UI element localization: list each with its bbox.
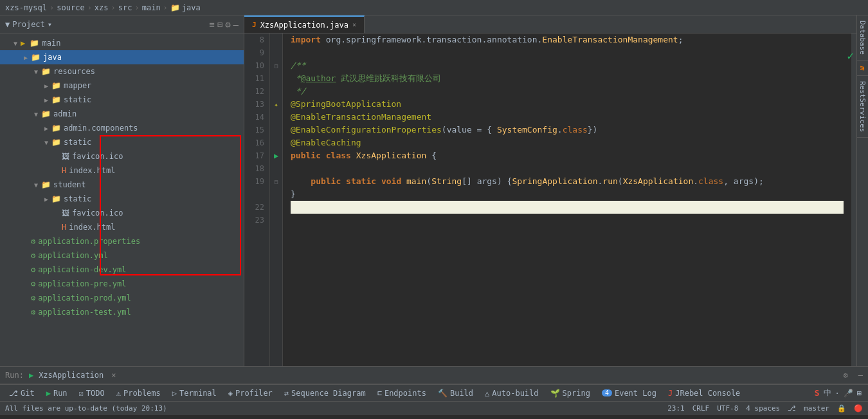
code-line-14: @EnableTransactionManagement: [291, 111, 844, 124]
arrow-main: ▼: [10, 40, 21, 47]
tool-auto-build[interactable]: △ Auto-build: [480, 387, 543, 399]
tab-close-button[interactable]: ×: [352, 21, 356, 28]
sidebar-header: ▼ Project ▾ ≡ ⊟ ⚙ —: [0, 15, 244, 33]
breadcrumb-item-6[interactable]: 📁 java: [170, 3, 201, 12]
tree-item-admin-static[interactable]: ▼ 📁 static: [0, 135, 244, 149]
tool-build[interactable]: 🔨 Build: [433, 387, 478, 399]
event-log-badge: 4: [602, 389, 612, 396]
run-hide-icon[interactable]: —: [858, 371, 863, 380]
tree-label-java: java: [43, 53, 62, 62]
tree-item-student-static[interactable]: ▶ 📁 static: [0, 192, 244, 206]
tree-item-admin[interactable]: ▼ 📁 admin: [0, 107, 244, 121]
tree-item-app-yml[interactable]: ⚙ application.yml: [0, 248, 244, 263]
tree-label-student: student: [53, 180, 86, 189]
tool-jrebel[interactable]: J JRebel Console: [663, 387, 745, 399]
code-line-8: import org.springframework.transaction.a…: [291, 33, 844, 46]
jrebel-icon: J: [668, 389, 673, 398]
tool-run[interactable]: ▶ Run: [41, 387, 73, 399]
run-tool-icon: ▶: [46, 389, 51, 398]
breadcrumb-sep-2: ›: [87, 3, 92, 12]
tree-item-resources[interactable]: ▼ 📁 resources: [0, 64, 244, 79]
encoding[interactable]: UTF-8: [717, 404, 738, 413]
folder-admin-components-icon: 📁: [51, 124, 61, 133]
sogou-icon: S: [815, 388, 820, 398]
collapse-all-icon[interactable]: ≡: [209, 19, 214, 30]
arrow-java: ▶: [21, 54, 31, 61]
tool-spring[interactable]: 🌱 Spring: [545, 387, 595, 399]
tree-item-app-properties[interactable]: ⚙ application.properties: [0, 234, 244, 248]
tool-git[interactable]: ⎇ Git: [4, 387, 40, 399]
breadcrumb-sep-5: ›: [163, 3, 168, 12]
app-container: xzs-mysql › source › xzs › src › main › …: [0, 0, 868, 419]
file-app-pre-icon: ⚙: [31, 279, 35, 288]
tree-item-student-index[interactable]: H index.html: [0, 220, 244, 234]
tree-item-app-prod-yml[interactable]: ⚙ application-prod.yml: [0, 291, 244, 305]
tree-item-main[interactable]: ▼ ▶ 📁 main: [0, 36, 244, 50]
tree-item-app-test-yml[interactable]: ⚙ application-test.yml: [0, 305, 244, 319]
auto-build-icon: △: [485, 389, 489, 398]
breadcrumb-item-3[interactable]: xzs: [95, 3, 109, 12]
expand-all-icon[interactable]: ⊟: [217, 19, 222, 30]
tree-item-admin-favicon[interactable]: 🖼 favicon.ico: [0, 149, 244, 163]
file-app-test-icon: ⚙: [31, 308, 35, 317]
line-numbers: 8 9 10 11 12 13 14 15 16 17 18 19 22 23: [244, 33, 270, 366]
tree-item-student[interactable]: ▼ 📁 student: [0, 178, 244, 192]
code-line-18: [291, 162, 844, 175]
panel-rest-services[interactable]: RestServices: [857, 76, 868, 138]
tool-problems[interactable]: ⚠ Problems: [111, 387, 166, 399]
line-ending[interactable]: CRLF: [692, 404, 710, 413]
tree-item-app-dev-yml[interactable]: ⚙ application-dev.yml: [0, 263, 244, 277]
vcs-lock-icon: 🔒: [837, 404, 846, 413]
tree-item-admin-index[interactable]: H index.html: [0, 163, 244, 178]
tree-label-student-index: index.html: [69, 223, 115, 232]
breadcrumb-item-1[interactable]: xzs-mysql: [5, 3, 47, 12]
hide-icon[interactable]: —: [233, 19, 239, 30]
tool-terminal[interactable]: ▷ Terminal: [167, 387, 222, 399]
sidebar: ▼ Project ▾ ≡ ⊟ ⚙ — ▼ ▶ 📁 main: [0, 15, 244, 366]
tree-item-student-favicon[interactable]: 🖼 favicon.ico: [0, 206, 244, 220]
green-checkmark: ✓: [847, 49, 854, 62]
tool-profiler[interactable]: ◈ Profiler: [223, 387, 278, 399]
tree-item-mapper[interactable]: ▶ 📁 mapper: [0, 79, 244, 93]
breadcrumb-sep-3: ›: [111, 3, 116, 12]
breadcrumb-item-4[interactable]: src: [118, 3, 132, 12]
run-app-name[interactable]: XzsApplication: [39, 371, 104, 380]
cursor-position[interactable]: 23:1: [667, 404, 685, 413]
gutter: ⊟ ✦ ▶ ⊟: [270, 33, 283, 366]
sidebar-label: Project: [12, 20, 45, 29]
git-icon: ⎇: [9, 389, 18, 398]
run-settings-icon[interactable]: ⚙: [844, 371, 848, 380]
panel-maven[interactable]: m: [857, 61, 868, 76]
tree-label-admin-favicon: favicon.ico: [72, 152, 123, 161]
sidebar-dropdown-icon: ▼: [5, 20, 10, 29]
indent-setting[interactable]: 4 spaces: [746, 404, 780, 413]
tree-item-java[interactable]: ▶ 📁 java: [0, 50, 244, 64]
tab-xzs-application[interactable]: J XzsApplication.java ×: [244, 15, 365, 33]
settings-icon[interactable]: ⚙: [225, 19, 230, 30]
tool-sequence-diagram[interactable]: ⇄ Sequence Diagram: [279, 387, 371, 399]
build-icon: 🔨: [438, 389, 448, 398]
tool-endpoints[interactable]: ⊏ Endpoints: [372, 387, 431, 399]
run-close-button[interactable]: ×: [111, 371, 116, 380]
tool-event-log[interactable]: 4 Event Log: [597, 387, 662, 399]
tool-todo[interactable]: ☑ TODO: [74, 387, 110, 399]
tree-item-static-resources[interactable]: ▶ 📁 static: [0, 93, 244, 107]
tree-item-app-pre-yml[interactable]: ⚙ application-pre.yml: [0, 277, 244, 291]
terminal-icon: ▷: [172, 389, 177, 398]
bottom-toolbar: ⎇ Git ▶ Run ☑ TODO ⚠ Problems ▷ Terminal…: [0, 384, 868, 401]
tree-label-app-prod-yml: application-prod.yml: [38, 293, 131, 303]
panel-database[interactable]: Database: [857, 15, 868, 61]
tree-item-admin-components[interactable]: ▶ 📁 admin.components: [0, 121, 244, 135]
vcs-branch[interactable]: master: [804, 404, 829, 413]
tree-label-mapper: mapper: [64, 81, 91, 90]
build-label: Build: [450, 389, 473, 398]
problems-icon: ⚠: [116, 389, 121, 398]
java-file-icon: J: [252, 21, 257, 29]
scrollbar-right[interactable]: [851, 33, 856, 366]
ime-indicator: S 中 · 🎤 ⊞: [815, 387, 862, 398]
breadcrumb-item-5[interactable]: main: [142, 3, 161, 12]
right-panels: Database m RestServices: [856, 15, 868, 366]
breadcrumb-item-2[interactable]: source: [57, 3, 84, 12]
breadcrumb-sep-1: ›: [50, 3, 54, 12]
arrow-mapper: ▶: [41, 82, 51, 89]
